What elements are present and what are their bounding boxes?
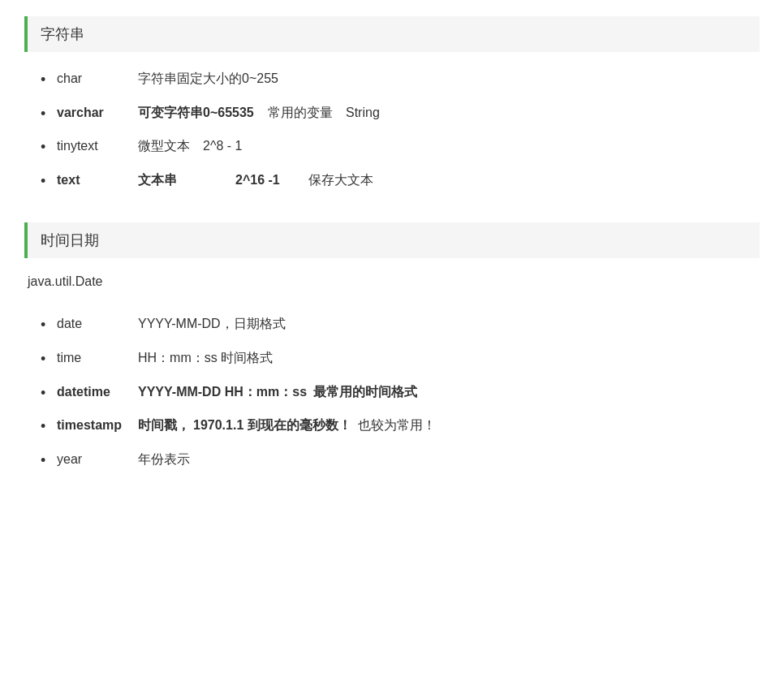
datetime-section: 时间日期 java.util.Date date YYYY-MM-DD，日期格式…	[24, 222, 760, 469]
item-name-timestamp: timestamp	[57, 415, 138, 436]
item-name-char: char	[57, 68, 138, 89]
datetime-item-list: date YYYY-MM-DD，日期格式 time HH：mm：ss 时间格式 …	[41, 313, 760, 469]
item-desc-datetime: YYYY-MM-DD HH：mm：ss	[138, 382, 307, 403]
string-section: 字符串 char 字符串固定大小的 0~255 varchar 可变字符串 0~…	[24, 16, 760, 190]
item-note-varchar: 常用的变量 String	[268, 102, 380, 123]
item-range-char: 0~255	[242, 68, 307, 89]
item-name-text: text	[57, 170, 138, 191]
list-item: text 文本串 2^16 -1 保存大文本	[41, 170, 760, 191]
list-item: char 字符串固定大小的 0~255	[41, 68, 760, 89]
list-item: time HH：mm：ss 时间格式	[41, 347, 760, 369]
item-name-tinytext: tinytext	[57, 136, 138, 157]
datetime-section-title: 时间日期	[41, 231, 99, 250]
item-range-text: 2^16 -1	[235, 170, 308, 191]
item-name-varchar: varchar	[57, 102, 138, 123]
list-item: datetime YYYY-MM-DD HH：mm：ss 最常用的时间格式	[41, 382, 760, 403]
item-desc-char: 字符串固定大小的	[138, 68, 242, 89]
item-note-datetime: 最常用的时间格式	[313, 382, 417, 403]
item-desc-text: 文本串	[138, 170, 235, 191]
item-range-timestamp: 1970.1.1 到现在的毫秒数！	[193, 415, 351, 436]
list-item: varchar 可变字符串 0~65535 常用的变量 String	[41, 102, 760, 123]
list-item: timestamp 时间戳， 1970.1.1 到现在的毫秒数！ 也较为常用！	[41, 415, 760, 436]
item-desc-time: HH：mm：ss 时间格式	[138, 347, 273, 369]
list-item: tinytext 微型文本 2^8 - 1	[41, 136, 760, 157]
item-note-timestamp: 也较为常用！	[358, 415, 436, 436]
item-name-datetime: datetime	[57, 382, 138, 403]
item-name-year: year	[57, 449, 138, 470]
string-item-list: char 字符串固定大小的 0~255 varchar 可变字符串 0~6553…	[41, 68, 760, 190]
item-note-text: 保存大文本	[308, 170, 373, 191]
list-item: date YYYY-MM-DD，日期格式	[41, 313, 760, 334]
string-section-header: 字符串	[24, 16, 760, 52]
item-desc-year: 年份表示	[138, 449, 190, 470]
item-name-date: date	[57, 313, 138, 334]
string-section-title: 字符串	[41, 24, 84, 44]
datetime-section-header: 时间日期	[24, 222, 760, 258]
item-range-varchar: 0~65535	[203, 102, 268, 123]
item-desc-tinytext: 微型文本	[138, 136, 203, 157]
item-name-time: time	[57, 347, 138, 369]
item-desc-timestamp: 时间戳，	[138, 415, 190, 436]
item-desc-varchar: 可变字符串	[138, 102, 203, 123]
item-range-tinytext: 2^8 - 1	[203, 136, 268, 157]
item-desc-date: YYYY-MM-DD，日期格式	[138, 313, 286, 334]
java-util-label: java.util.Date	[28, 274, 760, 289]
list-item: year 年份表示	[41, 449, 760, 470]
